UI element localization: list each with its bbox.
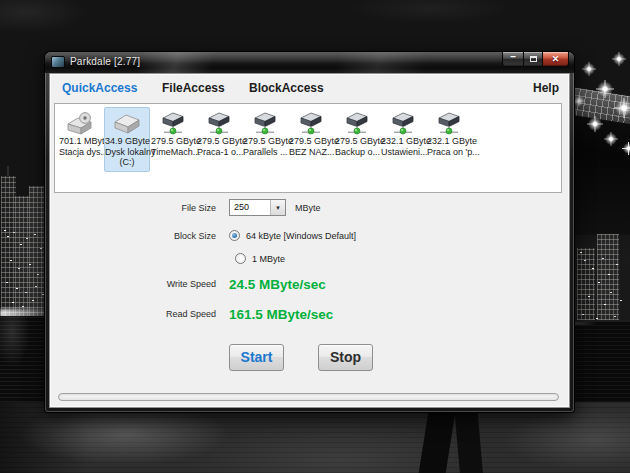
wallpaper-light-star (596, 80, 614, 98)
drive-size: 279.5 GByte (335, 136, 379, 147)
minimize-icon: – (510, 54, 516, 60)
drive-item[interactable]: 279.5 GByte TimeMach... (150, 107, 196, 161)
maximize-icon (530, 56, 537, 62)
file-size-dropdown[interactable]: 250 ▼ (229, 199, 286, 216)
drive-name: (C:) (105, 157, 149, 168)
wallpaper-light-star (612, 52, 626, 66)
drive-item[interactable]: 279.5 GByte Parallels ... (242, 107, 288, 161)
drive-size: 279.5 GByte (243, 136, 287, 147)
wallpaper-building (620, 258, 630, 320)
wallpaper-building (1, 176, 16, 318)
drive-name: TimeMach... (151, 147, 195, 158)
drive-size: 279.5 GByte (151, 136, 195, 147)
hard-drive-icon (105, 110, 149, 136)
drive-item[interactable]: 34.9 GByte Dysk lokalny (C:) (104, 107, 150, 172)
drive-name: Praca on 'p... (427, 147, 471, 158)
drive-size: 279.5 GByte (197, 136, 241, 147)
wallpaper-window-lights (4, 230, 6, 231)
wallpaper-light-star (573, 95, 585, 107)
file-size-unit: MByte (295, 203, 321, 213)
wallpaper-building (15, 196, 30, 318)
stop-button[interactable]: Stop (318, 344, 373, 371)
block-size-1m-label: 1 MByte (252, 254, 285, 264)
caption-buttons: – ✕ (502, 52, 569, 67)
drive-name: Praca-1 o... (197, 147, 241, 158)
tab-blockaccess[interactable]: BlockAccess (249, 81, 324, 95)
wallpaper-bridge-shadow (572, 150, 630, 235)
app-window: Parkdale [2.77] – ✕ QuickAccess FileAcce… (45, 52, 574, 412)
drive-name: BEZ NAZ... (289, 147, 333, 158)
desktop-wallpaper: Parkdale [2.77] – ✕ QuickAccess FileAcce… (0, 0, 630, 473)
read-speed-label: Read Speed (50, 309, 216, 319)
block-size-64k-label: 64 kByte [Windows Default] (246, 231, 356, 241)
window-title: Parkdale [2.77] (70, 56, 140, 67)
wallpaper-light-star (582, 62, 596, 76)
wallpaper-light-star (587, 116, 603, 132)
tab-quickaccess[interactable]: QuickAccess (62, 81, 137, 95)
network-drive-icon (335, 110, 379, 136)
cd-drive-icon (59, 110, 103, 136)
file-size-value: 250 (230, 200, 270, 215)
wallpaper-building (577, 248, 595, 320)
write-speed-label: Write Speed (50, 279, 216, 289)
close-button[interactable]: ✕ (542, 52, 569, 67)
wallpaper-building (597, 234, 619, 320)
drive-size: 279.5 GByte (289, 136, 333, 147)
drive-list: 701.1 MByte Stacja dys... 34.9 GByte Dys… (54, 103, 562, 193)
drive-item[interactable]: 232.1 GByte Ustawieni... (380, 107, 426, 161)
drive-size: 232.1 GByte (427, 136, 471, 147)
app-icon (51, 56, 65, 68)
drive-name: Ustawieni... (381, 147, 425, 158)
wallpaper-light-star (604, 132, 618, 146)
network-drive-icon (427, 110, 471, 136)
window-titlebar[interactable]: Parkdale [2.77] (45, 52, 574, 73)
close-icon: ✕ (552, 54, 560, 64)
wallpaper-light-star (622, 142, 630, 155)
network-drive-icon (381, 110, 425, 136)
wallpaper-window-lights (580, 252, 582, 253)
chevron-down-icon[interactable]: ▼ (270, 200, 285, 215)
network-drive-icon (151, 110, 195, 136)
drive-item[interactable]: 701.1 MByte Stacja dys... (58, 107, 104, 161)
drive-item[interactable]: 232.1 GByte Praca on 'p... (426, 107, 472, 161)
wallpaper-boardwalk (0, 402, 630, 473)
block-size-label: Block Size (50, 231, 216, 241)
wallpaper-light-star (614, 98, 630, 118)
drive-name: Parallels ... (243, 147, 287, 158)
drive-name: Stacja dys... (59, 147, 103, 158)
drive-size: 34.9 GByte (105, 136, 149, 147)
progress-bar (58, 393, 559, 401)
minimize-button[interactable]: – (502, 52, 524, 67)
window-client-area: QuickAccess FileAccess BlockAccess Help … (49, 73, 570, 408)
drive-name: Backup o... (335, 147, 379, 158)
drive-item[interactable]: 279.5 GByte Backup o... (334, 107, 380, 161)
tab-help[interactable]: Help (533, 81, 559, 95)
maximize-button[interactable] (524, 52, 542, 67)
block-size-64k-radio[interactable] (229, 230, 240, 241)
network-drive-icon (289, 110, 333, 136)
drive-size: 232.1 GByte (381, 136, 425, 147)
drive-size: 701.1 MByte (59, 136, 103, 147)
start-button[interactable]: Start (229, 344, 284, 371)
wallpaper-water (575, 322, 630, 406)
drive-item[interactable]: 279.5 GByte Praca-1 o... (196, 107, 242, 161)
tab-fileaccess[interactable]: FileAccess (162, 81, 225, 95)
network-drive-icon (243, 110, 287, 136)
drive-item[interactable]: 279.5 GByte BEZ NAZ... (288, 107, 334, 161)
block-size-1m-radio[interactable] (235, 253, 246, 264)
file-size-label: File Size (50, 203, 216, 213)
read-speed-value: 161.5 MByte/sec (229, 307, 333, 322)
wallpaper-building (29, 186, 46, 318)
drive-name: Dysk lokalny (105, 147, 149, 158)
wallpaper-water (0, 316, 47, 406)
write-speed-value: 24.5 MByte/sec (229, 277, 326, 292)
network-drive-icon (197, 110, 241, 136)
